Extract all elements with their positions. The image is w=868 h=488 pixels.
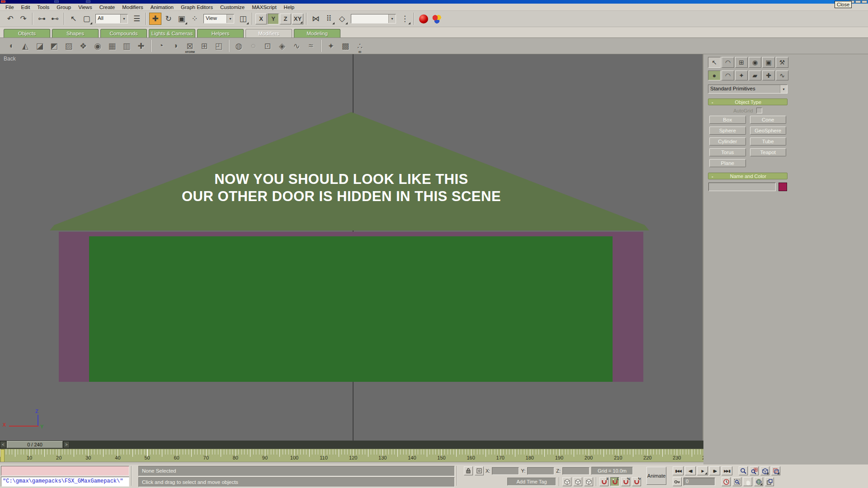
align-icon[interactable]: ⋮	[399, 13, 411, 25]
listener-output-field[interactable]: "C:\gmax\gamepacks\FSX_GMaxGamepack\"	[1, 477, 129, 487]
viewport-back[interactable]: NOW YOU SHOULD LOOK LIKE THIS OUR OTHER …	[0, 54, 703, 441]
spacewarps-category-icon[interactable]: ∿	[776, 70, 788, 80]
menu-item-help[interactable]: Help	[280, 4, 298, 10]
object-type-plane-button[interactable]: Plane	[709, 159, 746, 167]
modifier-tool-icon-17[interactable]: ◌	[247, 40, 259, 52]
select-by-name-icon[interactable]: ☰	[131, 13, 143, 25]
selection-filter-combo-arrow-icon[interactable]: ▼	[120, 14, 127, 23]
autogrid-checkbox[interactable]	[756, 108, 762, 113]
object-type-cone-button[interactable]: Cone	[750, 116, 787, 124]
tab-modeling[interactable]: Modeling	[294, 29, 340, 38]
go-to-end-button[interactable]: ▶▶▮	[722, 466, 732, 475]
tab-modifiers[interactable]: Modifiers	[245, 29, 292, 38]
select-object-icon[interactable]: ↖	[67, 13, 80, 25]
menu-item-file[interactable]: File	[2, 4, 18, 10]
cameras-category-icon[interactable]: ▰	[749, 70, 761, 80]
menu-item-tools[interactable]: Tools	[33, 4, 53, 10]
reference-coordinate-combo-arrow-icon[interactable]: ▼	[226, 14, 234, 23]
y-coordinate-field[interactable]	[527, 467, 554, 475]
mirror-icon[interactable]: ⋈	[310, 13, 322, 25]
object-type-sphere-button[interactable]: Sphere	[709, 127, 746, 135]
tab-objects[interactable]: Objects	[4, 29, 50, 38]
time-configuration-icon[interactable]	[722, 477, 731, 486]
modifier-tool-icon-2[interactable]: ◭	[19, 40, 32, 52]
z-coordinate-field[interactable]	[562, 467, 590, 475]
menu-item-modifiers[interactable]: Modifiers	[118, 4, 147, 10]
object-type-rollout-header[interactable]: - Object Type	[708, 99, 788, 105]
motion-tab-icon[interactable]: ◉	[749, 57, 761, 68]
selection-region-icon[interactable]: ▢	[80, 13, 93, 25]
menu-item-maxscript[interactable]: MAXScript	[248, 4, 280, 10]
menu-item-graph-editors[interactable]: Graph Editors	[177, 4, 217, 10]
object-type-torus-button[interactable]: Torus	[709, 148, 746, 156]
modifier-tool-icon-16[interactable]: ◍	[232, 40, 245, 52]
tab-compounds[interactable]: Compounds	[100, 29, 147, 38]
select-and-rotate-icon[interactable]: ↻	[162, 13, 175, 25]
modify-tab-icon[interactable]: ◠	[722, 57, 734, 68]
restrict-z-button[interactable]: Z	[280, 14, 291, 24]
name-color-rollout-header[interactable]: - Name and Color	[708, 173, 788, 179]
modifier-tool-icon-18[interactable]: ⊡	[261, 40, 274, 52]
snap-mode-cube-icon-3[interactable]	[584, 477, 593, 486]
viewport-label[interactable]: Back	[4, 56, 16, 62]
select-and-link-icon[interactable]: ⊶	[36, 13, 48, 25]
geometry-category-icon[interactable]: ●	[708, 70, 721, 80]
helpers-category-icon[interactable]: ✚	[762, 70, 775, 80]
object-color-swatch[interactable]	[778, 183, 787, 191]
min-max-toggle-icon[interactable]	[765, 477, 774, 486]
tab-helpers[interactable]: Helpers	[197, 29, 244, 38]
close-button[interactable]: Close	[835, 1, 852, 8]
display-tab-icon[interactable]: ▣	[762, 57, 775, 68]
modifier-tool-icon-7[interactable]: ◉	[91, 40, 104, 52]
zoom-icon[interactable]	[739, 466, 748, 475]
modifier-tool-icon-4[interactable]: ◩	[48, 40, 61, 52]
play-button[interactable]: ▶	[697, 466, 708, 475]
primitives-dropdown-arrow-icon[interactable]: ▼	[780, 85, 787, 93]
previous-frame-button[interactable]: ◀▮	[685, 466, 696, 475]
uvw-map-icon[interactable]: ▩	[339, 40, 352, 52]
lights-category-icon[interactable]: ✦	[735, 70, 748, 80]
snap-spacing-icon[interactable]: ◇	[336, 13, 348, 25]
add-time-tag-button[interactable]: Add Time Tag	[507, 478, 556, 486]
modifier-tool-icon-1[interactable]: ◖	[5, 40, 17, 52]
modifier-tool-icon-15[interactable]: ◰	[212, 40, 225, 52]
array-icon[interactable]: ⠿	[323, 13, 335, 25]
redo-icon[interactable]: ↷	[17, 13, 29, 25]
render-icon[interactable]	[417, 13, 429, 25]
tab-lights-cameras[interactable]: Lights & Cameras	[149, 29, 195, 38]
time-ruler[interactable]: 1020304050607080901001101201301401501601…	[0, 449, 703, 462]
restrict-xy-button[interactable]: XY	[292, 14, 303, 24]
snap-toggle-3d-icon[interactable]: 3	[599, 477, 609, 486]
shapes-category-icon[interactable]: ◠	[722, 70, 734, 80]
utilities-tab-icon[interactable]: ⚒	[776, 57, 788, 68]
menu-item-create[interactable]: Create	[96, 4, 119, 10]
close-window-button[interactable]	[862, 0, 867, 3]
x-coordinate-field[interactable]	[492, 467, 519, 475]
pan-hand-icon[interactable]	[743, 477, 752, 486]
undo-icon[interactable]: ↶	[4, 13, 16, 25]
modifier-tool-icon-9[interactable]: ▥	[120, 40, 133, 52]
reference-coordinate-combo[interactable]: View▼	[203, 14, 234, 23]
angle-snap-icon[interactable]: ∠	[610, 477, 619, 486]
maximize-button[interactable]	[855, 0, 861, 3]
menu-item-animation[interactable]: Animation	[147, 4, 177, 10]
listener-input-field[interactable]	[1, 466, 129, 476]
select-and-manipulate-icon[interactable]: ⁘	[189, 13, 201, 25]
zoom-extents-icon[interactable]	[760, 466, 769, 475]
menu-item-views[interactable]: Views	[75, 4, 95, 10]
object-type-box-button[interactable]: Box	[709, 116, 746, 124]
select-and-scale-icon[interactable]: ▣	[175, 13, 188, 25]
arc-rotate-icon[interactable]	[754, 477, 763, 486]
snap-mode-cube-icon-1[interactable]	[562, 477, 571, 486]
modifier-tool-icon-12[interactable]: ◑	[169, 40, 182, 52]
selection-filter-combo[interactable]: All▼	[95, 14, 128, 23]
time-slider[interactable]: 0 / 240	[7, 441, 63, 448]
zoom-all-icon[interactable]	[750, 466, 759, 475]
modifier-tool-icon-10[interactable]: ✚	[135, 40, 147, 52]
named-selections-combo[interactable]: ▼	[351, 14, 396, 23]
next-frame-button[interactable]: ▮▶	[709, 466, 720, 475]
key-mode-icon[interactable]	[673, 477, 682, 486]
tab-shapes[interactable]: Shapes	[52, 29, 99, 38]
modifier-tool-icon-3[interactable]: ◪	[33, 40, 46, 52]
object-name-field[interactable]	[708, 183, 776, 191]
